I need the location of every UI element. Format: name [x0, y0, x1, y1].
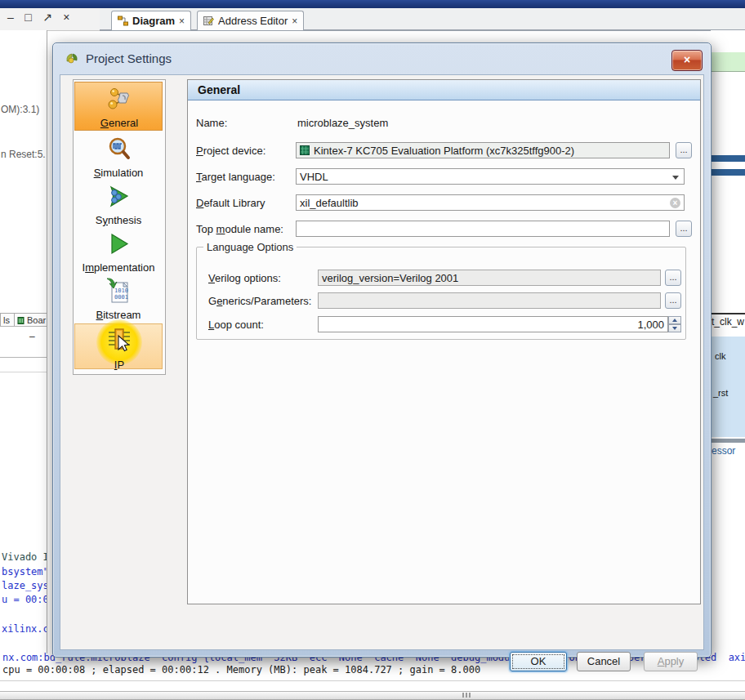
default-library-value: xil_defaultlib — [300, 197, 359, 209]
generics-field[interactable] — [318, 292, 661, 309]
generics-browse-button[interactable]: ... — [665, 292, 681, 309]
verilog-options-label: Verilog options: — [208, 272, 281, 284]
project-device-label: Project device: — [196, 145, 265, 157]
default-library-input[interactable]: xil_defaultlib × — [296, 194, 685, 211]
diagram-pin-rst: _rst — [713, 388, 728, 398]
tab-diagram[interactable]: Diagram × — [111, 11, 191, 30]
tab-address-editor[interactable]: Address Editor × — [197, 11, 304, 30]
dialog-close-button[interactable]: × — [671, 50, 703, 71]
app-title-bar — [0, 0, 745, 8]
left-panel-divider-3 — [0, 372, 47, 372]
target-language-select[interactable]: VHDL — [296, 168, 685, 185]
tab-address-editor-close-icon[interactable]: × — [292, 16, 297, 27]
panel-window-controls: – □ ↗ × — [0, 8, 100, 31]
left-panel-divider — [0, 326, 47, 327]
diagram-pin-clk: clk — [715, 351, 725, 361]
settings-sidebar: General Simulation Synthesis — [73, 79, 166, 375]
diagram-wire — [711, 313, 745, 314]
synthesis-icon — [105, 183, 132, 211]
panel-header: General — [188, 80, 700, 100]
left-text-fragment-rom: OM):3.1) — [1, 104, 39, 115]
spinner-down-icon[interactable] — [668, 324, 681, 332]
vivado-screenshot: – □ ↗ × Diagram × Address Editor × OM):3… — [0, 0, 745, 700]
default-library-label: Default Library — [196, 197, 265, 209]
sidebar-item-synthesis[interactable]: Synthesis — [74, 183, 163, 226]
maximize-icon[interactable]: □ — [25, 11, 31, 24]
device-chip-icon — [300, 145, 310, 155]
chevron-down-icon — [672, 176, 679, 180]
sidebar-item-ip[interactable]: IP — [74, 323, 163, 369]
left-text-fragment-reset: n Reset:5. — [1, 149, 46, 160]
diagram-canvas-strip: t_clk_w clk _rst essor — [711, 30, 745, 655]
sidebar-item-bitstream[interactable]: 10100001 Bitstream — [74, 276, 163, 321]
console-fragment-1: Vivado I — [2, 551, 47, 563]
diagram-divider-bar — [711, 439, 745, 443]
sidebar-item-ip-label: IP — [75, 359, 163, 371]
splitter-grip[interactable] — [462, 693, 475, 698]
clear-field-icon[interactable]: × — [670, 198, 680, 208]
diagram-icon — [118, 16, 128, 26]
left-panel-strip: OM):3.1) n Reset:5. ls Boar – Vivado I b… — [0, 30, 47, 653]
console-fragment-5: xilinx.co — [2, 623, 47, 635]
sidebar-item-simulation[interactable]: Simulation — [74, 136, 163, 179]
sidebar-item-synthesis-label: Synthesis — [74, 214, 163, 226]
sidebar-item-simulation-label: Simulation — [74, 167, 163, 179]
editor-tab-bar: Diagram × Address Editor × — [100, 8, 745, 31]
ip-icon — [103, 326, 136, 355]
diagram-bus-line-1 — [711, 155, 745, 162]
verilog-options-value: verilog_version=Verilog 2001 — [322, 272, 458, 284]
project-device-field[interactable]: Kintex-7 KC705 Evaluation Platform (xc7k… — [296, 142, 670, 158]
apply-button[interactable]: Apply — [644, 652, 698, 671]
project-device-browse-button[interactable]: ... — [676, 142, 692, 158]
left-panel-minimize-icon[interactable]: – — [29, 331, 35, 342]
close-icon[interactable]: × — [63, 11, 69, 24]
spinner-up-icon[interactable] — [668, 316, 681, 324]
loop-count-input[interactable]: 1,000 — [318, 316, 668, 332]
float-icon[interactable]: ↗ — [42, 11, 52, 24]
project-device-value: Kintex-7 KC705 Evaluation Platform (xc7k… — [314, 145, 574, 157]
left-panel-divider-2 — [0, 357, 47, 358]
svg-text:1010: 1010 — [114, 288, 128, 294]
tab-diagram-close-icon[interactable]: × — [179, 16, 185, 27]
cancel-button[interactable]: Cancel — [577, 652, 631, 671]
sidebar-item-implementation[interactable]: Implementation — [74, 230, 163, 274]
diagram-label-processor: essor — [712, 445, 735, 457]
generics-label: Generics/Parameters: — [208, 295, 311, 307]
top-module-browse-button[interactable]: ... — [676, 221, 692, 237]
console-fragment-2: bsystem" — [2, 566, 47, 577]
vivado-logo-icon — [65, 51, 79, 65]
left-tab-board[interactable]: Boar — [14, 313, 47, 327]
diagram-label-clk-wiz: t_clk_w — [712, 316, 744, 328]
name-label: Name: — [196, 117, 227, 129]
horizontal-splitter[interactable] — [0, 691, 745, 700]
address-editor-icon — [203, 16, 214, 26]
loop-count-value: 1,000 — [637, 319, 664, 331]
ok-button[interactable]: OK — [510, 652, 567, 671]
sidebar-item-general[interactable]: General — [74, 82, 163, 131]
minimize-icon[interactable]: – — [7, 11, 14, 24]
general-settings-panel: General Name: microblaze_system Project … — [187, 79, 701, 604]
bitstream-icon: 10100001 — [105, 276, 132, 305]
target-language-label: Target language: — [196, 171, 275, 183]
sidebar-item-general-label: General — [75, 117, 163, 129]
tab-address-editor-label: Address Editor — [218, 15, 288, 27]
diagram-bus-line-2 — [711, 169, 745, 176]
dialog-title-text: Project Settings — [86, 51, 172, 65]
tab-diagram-label: Diagram — [132, 15, 175, 27]
dialog-title: Project Settings — [65, 51, 172, 65]
target-language-value: VHDL — [300, 171, 328, 183]
implementation-icon — [105, 230, 132, 258]
loop-count-spinner — [668, 316, 681, 332]
status-line-2: cpu = 00:00:08 ; elapsed = 00:00:12 . Me… — [2, 664, 480, 675]
console-fragment-3: laze_syst — [2, 580, 47, 591]
language-options-group: Language Options Verilog options: verilo… — [196, 247, 686, 340]
loop-count-label: Loop count: — [208, 319, 264, 331]
verilog-options-browse-button[interactable]: ... — [665, 270, 681, 286]
general-icon — [105, 86, 133, 114]
top-module-label: Top module name: — [196, 223, 283, 235]
verilog-options-field[interactable]: verilog_version=Verilog 2001 — [318, 270, 661, 286]
diagram-green-band — [711, 52, 745, 72]
top-module-input[interactable] — [296, 221, 670, 237]
name-value: microblaze_system — [297, 117, 388, 129]
dialog-content: General Simulation Synthesis — [60, 74, 704, 650]
